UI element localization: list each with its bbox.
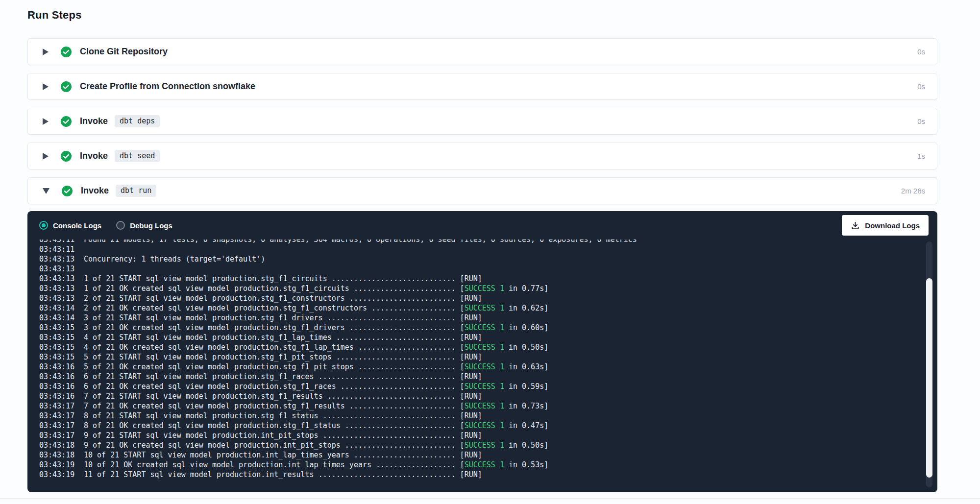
log-timestamp: 03:43:17	[39, 411, 75, 421]
log-timestamp: 03:43:19	[39, 460, 75, 470]
log-line: 03:43:131 of 21 OK created sql view mode…	[39, 284, 912, 293]
log-timestamp: 03:43:13	[39, 284, 75, 293]
log-line: 03:43:131 of 21 START sql view model pro…	[39, 274, 912, 284]
log-timestamp: 03:43:13	[39, 274, 75, 284]
log-lines: 03:43:11Found 21 models, 17 tests, 0 sna…	[39, 240, 912, 480]
step-duration: 0s	[917, 48, 925, 56]
success-check-icon	[61, 185, 73, 197]
log-line: 03:43:1911 of 21 START sql view model pr…	[39, 470, 912, 480]
log-line: 03:43:165 of 21 OK created sql view mode…	[39, 362, 912, 372]
run-step-row[interactable]: Invokedbt run2m 26s	[27, 177, 937, 204]
download-logs-button[interactable]: Download Logs	[842, 215, 929, 236]
step-label: Invoke	[81, 186, 109, 196]
log-line: 03:43:189 of 21 OK created sql view mode…	[39, 440, 912, 450]
log-line: 03:43:1910 of 21 OK created sql view mod…	[39, 460, 912, 470]
command-chip: dbt deps	[115, 115, 160, 127]
log-timestamp: 03:43:13	[39, 293, 75, 303]
log-timestamp: 03:43:16	[39, 382, 75, 391]
log-message: Concurrency: 1 threads (target='default'…	[84, 254, 265, 264]
chevron-down-icon	[43, 188, 49, 194]
step-duration: 1s	[917, 152, 925, 160]
radio-debug-logs[interactable]: Debug Logs	[116, 221, 172, 230]
run-step-row[interactable]: Clone Git Repository0s	[27, 38, 937, 65]
log-line: 03:43:154 of 21 OK created sql view mode…	[39, 342, 912, 352]
radio-console-logs-label: Console Logs	[53, 221, 101, 230]
log-message: 8 of 21 OK created sql view model produc…	[84, 421, 548, 431]
step-label: Invoke	[80, 151, 108, 161]
log-success-status: SUCCESS 1	[465, 323, 504, 332]
console-header: Console Logs Debug Logs Download Logs	[27, 211, 937, 240]
log-timestamp: 03:43:17	[39, 431, 75, 440]
log-message: 8 of 21 START sql view model production.…	[84, 411, 482, 421]
radio-dot	[42, 223, 46, 227]
log-timestamp: 03:43:13	[39, 254, 75, 264]
log-timestamp: 03:43:11	[39, 244, 75, 254]
log-message: 1 of 21 OK created sql view model produc…	[84, 284, 548, 293]
success-check-icon	[60, 81, 72, 93]
log-message: 11 of 21 START sql view model production…	[84, 470, 482, 480]
log-line: 03:43:11Found 21 models, 17 tests, 0 sna…	[39, 240, 912, 244]
log-message: 5 of 21 OK created sql view model produc…	[84, 362, 548, 372]
run-step-row[interactable]: Invokedbt seed1s	[27, 143, 937, 169]
log-success-status: SUCCESS 1	[465, 402, 504, 410]
log-message: Found 21 models, 17 tests, 0 snapshots, …	[84, 240, 637, 244]
log-success-status: SUCCESS 1	[465, 441, 504, 450]
log-success-status: SUCCESS 1	[465, 343, 504, 352]
log-line: 03:43:167 of 21 START sql view model pro…	[39, 391, 912, 401]
log-timestamp: 03:43:11	[39, 240, 75, 244]
log-timestamp: 03:43:14	[39, 303, 75, 313]
log-message: 7 of 21 OK created sql view model produc…	[84, 401, 548, 411]
console-scrollbar-track[interactable]	[926, 241, 932, 487]
log-line: 03:43:1810 of 21 START sql view model pr…	[39, 450, 912, 460]
bottom-divider	[0, 498, 980, 499]
step-label: Invoke	[80, 116, 108, 126]
chevron-right-icon	[43, 118, 49, 125]
log-message: 2 of 21 OK created sql view model produc…	[84, 303, 548, 313]
log-message: 4 of 21 START sql view model production.…	[84, 333, 482, 342]
log-message: 1 of 21 START sql view model production.…	[84, 274, 482, 284]
chevron-right-icon	[43, 48, 49, 55]
log-message: 6 of 21 START sql view model production.…	[84, 372, 482, 382]
steps-list: Clone Git Repository0sCreate Profile fro…	[27, 38, 937, 204]
log-message: 9 of 21 START sql view model production.…	[84, 431, 482, 440]
log-message: 3 of 21 START sql view model production.…	[84, 313, 482, 323]
log-line: 03:43:132 of 21 START sql view model pro…	[39, 293, 912, 303]
log-line: 03:43:13Concurrency: 1 threads (target='…	[39, 254, 912, 264]
step-duration: 2m 26s	[901, 187, 925, 195]
chevron-right-icon	[43, 153, 49, 160]
log-line: 03:43:177 of 21 OK created sql view mode…	[39, 401, 912, 411]
log-line: 03:43:143 of 21 START sql view model pro…	[39, 313, 912, 323]
run-step-row[interactable]: Create Profile from Connection snowflake…	[27, 73, 937, 100]
command-chip: dbt seed	[115, 150, 160, 162]
log-line: 03:43:13	[39, 264, 912, 274]
run-steps-page: Run Steps Clone Git Repository0sCreate P…	[27, 0, 937, 492]
log-line: 03:43:155 of 21 START sql view model pro…	[39, 352, 912, 362]
log-area: 03:43:11Found 21 models, 17 tests, 0 sna…	[27, 240, 937, 492]
log-message: 10 of 21 OK created sql view model produ…	[84, 460, 548, 470]
log-message: 2 of 21 START sql view model production.…	[84, 293, 482, 303]
command-chip: dbt run	[116, 185, 156, 197]
log-line: 03:43:166 of 21 OK created sql view mode…	[39, 382, 912, 391]
log-timestamp: 03:43:18	[39, 450, 75, 460]
log-success-status: SUCCESS 1	[465, 304, 504, 312]
log-line: 03:43:178 of 21 START sql view model pro…	[39, 411, 912, 421]
log-message: 6 of 21 OK created sql view model produc…	[84, 382, 548, 391]
log-timestamp: 03:43:19	[39, 470, 75, 480]
radio-unselected-icon	[116, 221, 125, 230]
run-step-row[interactable]: Invokedbt deps0s	[27, 108, 937, 135]
console-scrollbar-thumb[interactable]	[926, 278, 932, 478]
log-line: 03:43:178 of 21 OK created sql view mode…	[39, 421, 912, 431]
log-timestamp: 03:43:15	[39, 352, 75, 362]
log-message: 5 of 21 START sql view model production.…	[84, 352, 482, 362]
log-timestamp: 03:43:16	[39, 391, 75, 401]
step-label: Create Profile from Connection snowflake	[80, 81, 255, 92]
step-label: Clone Git Repository	[80, 47, 168, 57]
download-icon	[851, 221, 860, 230]
log-message: 7 of 21 START sql view model production.…	[84, 391, 482, 401]
radio-console-logs[interactable]: Console Logs	[39, 221, 101, 230]
log-success-status: SUCCESS 1	[465, 362, 504, 371]
log-line: 03:43:166 of 21 START sql view model pro…	[39, 372, 912, 382]
download-logs-label: Download Logs	[865, 221, 920, 230]
radio-selected-icon	[39, 221, 48, 230]
log-timestamp: 03:43:17	[39, 401, 75, 411]
